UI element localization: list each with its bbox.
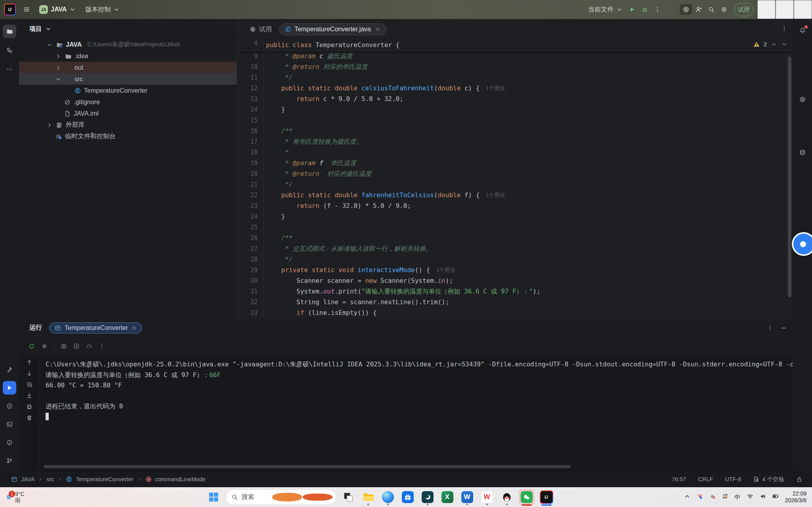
tray-sync[interactable] (722, 493, 728, 501)
line-ending[interactable]: CRLF (698, 476, 713, 482)
taskbar-idea[interactable]: IJ (539, 489, 554, 505)
tray-thunder[interactable] (697, 493, 703, 501)
code-line[interactable]: 32 String line = scanner.nextLine().trim… (237, 297, 793, 307)
profiler-icon[interactable] (86, 343, 92, 349)
taskbar-wps[interactable]: W (479, 489, 495, 505)
rerun-icon[interactable] (29, 343, 35, 349)
git-tool-button[interactable] (3, 454, 16, 467)
tree-item-scratches[interactable]: 临时文件和控制台 (19, 131, 237, 142)
code-line[interactable]: 13 return c * 9.0 / 5.0 + 32.0; (237, 93, 793, 104)
code-line[interactable]: 22 public static double fahrenheitToCels… (237, 190, 793, 200)
attach-icon[interactable] (73, 343, 80, 349)
close-icon[interactable] (132, 325, 137, 331)
code-line[interactable]: 17 * 将华氏度转换为摄氏度。 (237, 136, 793, 147)
tree-item-gitignore[interactable]: .gitignore (19, 96, 237, 108)
editor-scrollbar[interactable] (788, 57, 791, 297)
breadcrumb-method[interactable]: commandLineMode (155, 476, 206, 482)
taskbar-qq[interactable] (499, 489, 515, 505)
project-panel-header[interactable]: 项目 (19, 19, 237, 39)
stop-icon[interactable] (41, 343, 48, 349)
run-button[interactable] (626, 4, 638, 15)
code-line[interactable]: 31 System.out.print("请输入要转换的温度与单位（例如 36.… (237, 286, 793, 297)
console-scrollbar[interactable] (44, 465, 571, 468)
more-actions-button[interactable] (651, 4, 664, 15)
trial-badge[interactable]: 试用 (734, 3, 753, 16)
code-line[interactable]: 10 * @return 对应的华氏温度 (237, 61, 793, 72)
tray-ime[interactable]: 中 (735, 494, 741, 501)
next-occurrence-icon[interactable] (26, 370, 32, 377)
chevron-up-icon[interactable] (771, 41, 777, 48)
code-line[interactable]: 19 * @param f 华氏温度 (237, 158, 793, 168)
caret-position[interactable]: 76:57 (672, 476, 686, 482)
taskbar-explorer[interactable] (360, 489, 376, 505)
thread-dump-icon[interactable] (61, 343, 67, 349)
tree-item-out-folder[interactable]: out (19, 62, 237, 73)
soft-wrap-icon[interactable] (26, 381, 32, 388)
tree-item-temperatureconverter-class[interactable]: CTemperatureConverter (19, 85, 237, 96)
terminal-tool-button[interactable] (3, 417, 16, 431)
structure-tool-button[interactable] (3, 44, 16, 57)
breadcrumb-src[interactable]: src (46, 476, 54, 482)
tray-cloudx[interactable] (709, 493, 716, 501)
restore-button[interactable] (776, 0, 794, 19)
file-encoding[interactable]: UTF-8 (725, 476, 741, 482)
taskbar-notes[interactable] (420, 489, 436, 505)
code-line[interactable]: 9 * @param c 摄氏温度 (237, 51, 793, 61)
tab-options-button[interactable] (781, 25, 787, 33)
run-configuration-selector[interactable]: 当前文件 (585, 3, 626, 16)
run-tool-button[interactable] (3, 381, 16, 395)
project-selector[interactable]: JA JAVA (36, 3, 79, 16)
code-line[interactable]: 33 if (line.isEmpty()) { (237, 307, 793, 318)
taskbar-store[interactable] (400, 489, 416, 505)
code-line[interactable]: 21 */ (237, 179, 793, 190)
code-line[interactable]: 16 /** (237, 126, 793, 136)
indent-setting[interactable]: 4 个空格 (753, 476, 784, 483)
minimize-button[interactable] (757, 0, 776, 19)
services-tool-button[interactable] (3, 399, 16, 413)
print-icon[interactable] (26, 404, 32, 410)
clear-console-icon[interactable] (26, 415, 32, 421)
taskbar-edge[interactable] (380, 489, 396, 505)
database-tool-button[interactable] (796, 146, 809, 159)
tray-chevup[interactable] (684, 493, 690, 501)
taskbar-search[interactable]: 搜索 (225, 489, 336, 505)
breadcrumb-class[interactable]: TemperatureConverter (76, 476, 133, 482)
code-line[interactable]: 30 Scanner scanner = new Scanner(System.… (237, 275, 793, 286)
code-line[interactable]: 26 /** (237, 233, 793, 243)
close-icon[interactable] (375, 26, 380, 32)
weather-widget[interactable]: 1 9°C 雨 (0, 491, 101, 503)
tab-temperatureconverter[interactable]: C TemperatureConverter.java (279, 23, 386, 35)
build-tool-button[interactable] (3, 363, 16, 376)
more-vertical-icon[interactable] (767, 325, 773, 331)
chevron-down-icon[interactable] (781, 41, 787, 48)
run-tab[interactable]: TemperatureConverter (49, 322, 142, 334)
ai-assistant-button[interactable] (680, 4, 692, 15)
tray-battery[interactable] (772, 493, 779, 501)
code-line[interactable]: 14 } (237, 104, 793, 115)
code-line[interactable]: 29 private static void interactiveMode()… (237, 265, 793, 275)
taskbar-word[interactable]: W (459, 489, 475, 505)
code-line[interactable]: 23 return (f - 32.0) * 5.0 / 9.0; (237, 200, 793, 211)
code-line[interactable]: 11 */ (237, 72, 793, 83)
taskbar-wechat[interactable] (519, 489, 535, 505)
main-menu-button[interactable] (20, 4, 33, 15)
sticky-line[interactable]: 4public class TemperatureConverter { (237, 40, 793, 51)
project-tool-button[interactable] (3, 25, 16, 38)
more-vertical-icon[interactable] (99, 343, 105, 349)
tree-item-idea-folder[interactable]: .idea (19, 50, 237, 62)
tree-item-java-root[interactable]: JAVAC:\Users\朱彦硕\IdeaProjects\JAVA (19, 39, 237, 50)
code-line[interactable]: 20 * @return 对应的摄氏温度 (237, 168, 793, 179)
close-button[interactable] (794, 0, 812, 19)
tree-item-src-folder[interactable]: src (19, 73, 237, 85)
tree-item-external-libraries[interactable]: 外部库 (19, 119, 237, 131)
code-line[interactable]: 28 */ (237, 254, 793, 265)
code-line[interactable]: 18 * (237, 147, 793, 158)
code-line[interactable]: 15 (237, 115, 793, 126)
debug-button[interactable] (638, 4, 651, 15)
tray-wifi[interactable] (747, 493, 753, 501)
assistant-float-button[interactable] (792, 232, 812, 256)
breadcrumb-module[interactable]: JAVA (21, 476, 34, 482)
search-everywhere-button[interactable] (705, 4, 718, 15)
notifications-button[interactable] (796, 24, 809, 37)
tray-volume[interactable] (760, 493, 766, 501)
